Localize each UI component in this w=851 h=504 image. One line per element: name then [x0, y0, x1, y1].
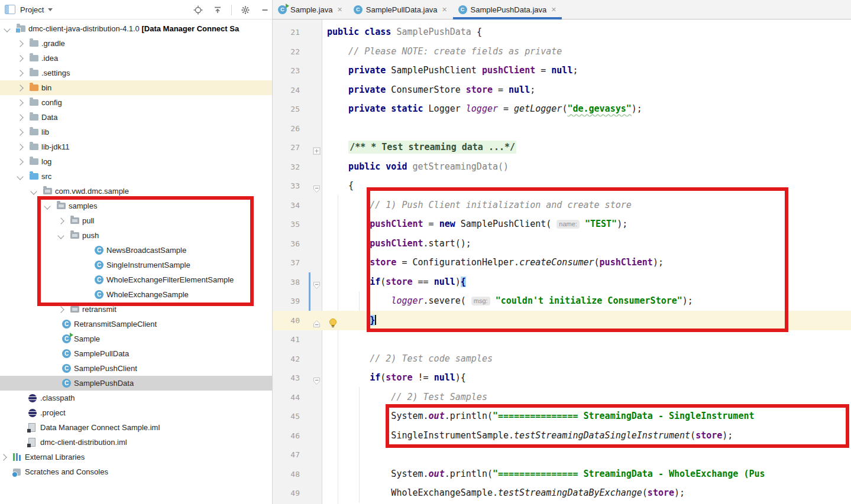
tree-item-pull[interactable]: pull	[0, 213, 272, 228]
tree-item-sample[interactable]: CSample	[0, 331, 272, 346]
tree-item-retransmit[interactable]: retransmit	[0, 302, 272, 317]
tree-item-wholeexchangesample[interactable]: CWholeExchangeSample	[0, 287, 272, 302]
code-line-45[interactable]: 45 System.out.println("=============== S…	[273, 407, 851, 426]
tree-item-data[interactable]: Data	[0, 110, 272, 125]
hide-panel-icon[interactable]	[259, 4, 271, 16]
code-line-35[interactable]: 35 pushClient = new SamplePushClient( na…	[273, 214, 851, 234]
tree-item-bin[interactable]: bin	[0, 80, 272, 95]
line-number[interactable]: 21	[277, 22, 300, 42]
locate-icon[interactable]	[192, 4, 204, 16]
chevron-expanded-icon[interactable]	[57, 232, 64, 239]
line-number[interactable]: 34	[277, 196, 300, 215]
tree-item--gradle[interactable]: .gradle	[0, 36, 272, 51]
tree-item-scratches-and-consoles[interactable]: Scratches and Consoles	[0, 464, 272, 479]
code-line-39[interactable]: 39 logger.severe( msg: "couldn't initial…	[273, 291, 851, 311]
code-line-36[interactable]: 36 pushClient.start();	[273, 234, 851, 253]
line-number[interactable]: 45	[277, 407, 300, 426]
line-number[interactable]: 48	[277, 464, 300, 484]
chevron-expanded-icon[interactable]	[17, 173, 23, 180]
line-number[interactable]: 39	[277, 291, 300, 311]
code-line-25[interactable]: 25 private static Logger logger = getLog…	[273, 99, 851, 119]
tree-item-external-libraries[interactable]: External Libraries	[0, 450, 272, 464]
line-number[interactable]: 38	[277, 272, 300, 292]
tree-item-lib-jdk11[interactable]: lib-jdk11	[0, 139, 272, 154]
close-icon[interactable]: ×	[551, 5, 556, 14]
close-icon[interactable]: ×	[442, 5, 446, 14]
code-line-44[interactable]: 44 // 2) Test Samples	[273, 388, 851, 407]
code-line-22[interactable]: 22 // Please NOTE: create fields as priv…	[273, 42, 851, 61]
code-line-23[interactable]: 23 private SamplePushClient pushClient =…	[273, 61, 851, 80]
editor-tab-samplepulldata-java[interactable]: CSamplePullData.java×	[348, 0, 453, 19]
line-number[interactable]: 23	[277, 61, 300, 80]
tree-item-lib[interactable]: lib	[0, 125, 272, 139]
line-number[interactable]: 41	[277, 330, 300, 349]
tree-item-wholeexchangefilterelementsample[interactable]: CWholeExchangeFilterElementSample	[0, 272, 272, 287]
chevron-collapsed-icon[interactable]	[17, 129, 23, 135]
code-line-24[interactable]: 24 private ConsumerStore store = null;	[273, 80, 851, 100]
fold-marker-icon[interactable]	[313, 277, 321, 285]
fold-marker-icon[interactable]	[313, 142, 321, 151]
tree-item-samplepushclient[interactable]: CSamplePushClient	[0, 361, 272, 376]
code-line-43[interactable]: 43 if(store != null){	[273, 368, 851, 388]
chevron-expanded-icon[interactable]	[44, 203, 50, 209]
chevron-collapsed-icon[interactable]	[17, 70, 23, 76]
tree-item-src[interactable]: src	[0, 169, 272, 184]
fold-marker-icon[interactable]	[313, 316, 321, 324]
code-line-21[interactable]: 21public class SamplePushData {	[273, 22, 851, 42]
line-number[interactable]: 22	[277, 42, 300, 61]
tree-item-log[interactable]: log	[0, 154, 272, 169]
code-line-34[interactable]: 34 // 1) Push Client initialization and …	[273, 196, 851, 215]
line-number[interactable]: 33	[277, 176, 300, 196]
tree-item-config[interactable]: config	[0, 95, 272, 110]
chevron-collapsed-icon[interactable]	[0, 454, 7, 460]
tree-item-samplepulldata[interactable]: CSamplePullData	[0, 346, 272, 361]
chevron-collapsed-icon[interactable]	[17, 144, 23, 150]
fold-marker-icon[interactable]	[313, 181, 321, 189]
line-number[interactable]: 40	[277, 311, 300, 330]
line-number[interactable]: 25	[277, 99, 300, 119]
tree-item-dmc-client-distribution-iml[interactable]: dmc-client-distribution.iml	[0, 435, 272, 450]
line-number[interactable]: 47	[277, 445, 300, 464]
tree-item--settings[interactable]: .settings	[0, 66, 272, 80]
editor-body[interactable]: 21public class SamplePushData {22 // Ple…	[273, 19, 851, 504]
line-number[interactable]: 24	[277, 80, 300, 100]
chevron-down-icon[interactable]	[48, 8, 53, 11]
tree-item-samples[interactable]: samples	[0, 199, 272, 213]
tree-item-singleinstrumentsample[interactable]: CSingleInstrumentSample	[0, 258, 272, 272]
tree-item--classpath[interactable]: .classpath	[0, 391, 272, 405]
chevron-collapsed-icon[interactable]	[17, 40, 23, 47]
code-line-37[interactable]: 37 store = ConfigurationHelper.createCon…	[273, 253, 851, 272]
code-line-40[interactable]: 40 }	[273, 311, 851, 330]
code-line-41[interactable]: 41	[273, 330, 851, 349]
line-number[interactable]: 37	[277, 253, 300, 272]
chevron-expanded-icon[interactable]	[4, 25, 10, 32]
tree-item-samplepushdata[interactable]: CSamplePushData	[0, 376, 272, 391]
line-number[interactable]: 36	[277, 234, 300, 253]
code-line-46[interactable]: 46 SingleInstrumentSample.testStreamingD…	[273, 426, 851, 446]
chevron-collapsed-icon[interactable]	[17, 84, 23, 91]
line-number[interactable]: 42	[277, 349, 300, 369]
code-line-32[interactable]: 32 public void getStreamingData()	[273, 157, 851, 177]
code-line-27[interactable]: 27 /** * Test streaming data ...*/	[273, 138, 851, 157]
code-line-26[interactable]: 26	[273, 119, 851, 138]
tree-item-data-manager-connect-sample-iml[interactable]: Data Manager Connect Sample.iml	[0, 420, 272, 435]
chevron-collapsed-icon[interactable]	[17, 55, 23, 61]
chevron-collapsed-icon[interactable]	[17, 114, 23, 121]
code-line-48[interactable]: 48 System.out.println("=============== S…	[273, 464, 851, 484]
line-number[interactable]: 32	[277, 157, 300, 177]
editor-tab-sample-java[interactable]: CSample.java×	[273, 0, 348, 19]
tree-item-dmc-client-java-distribution-4-1-0[interactable]: dmc-client-java-distribution-4.1.0 [Data…	[0, 21, 272, 36]
code-line-33[interactable]: 33 {	[273, 176, 851, 196]
code-line-38[interactable]: 38 if(store == null){	[273, 272, 851, 292]
line-number[interactable]: 46	[277, 426, 300, 446]
chevron-collapsed-icon[interactable]	[57, 217, 64, 224]
line-number[interactable]: 44	[277, 388, 300, 407]
close-icon[interactable]: ×	[338, 5, 342, 14]
collapse-all-icon[interactable]	[212, 4, 224, 16]
code-line-47[interactable]: 47	[273, 445, 851, 464]
line-number[interactable]: 35	[277, 214, 300, 234]
tree-item--project[interactable]: .project	[0, 405, 272, 420]
tree-item-newsbroadcastsample[interactable]: CNewsBroadcastSample	[0, 243, 272, 258]
tree-item--idea[interactable]: .idea	[0, 51, 272, 66]
editor-tab-samplepushdata-java[interactable]: CSamplePushData.java×	[453, 0, 562, 19]
